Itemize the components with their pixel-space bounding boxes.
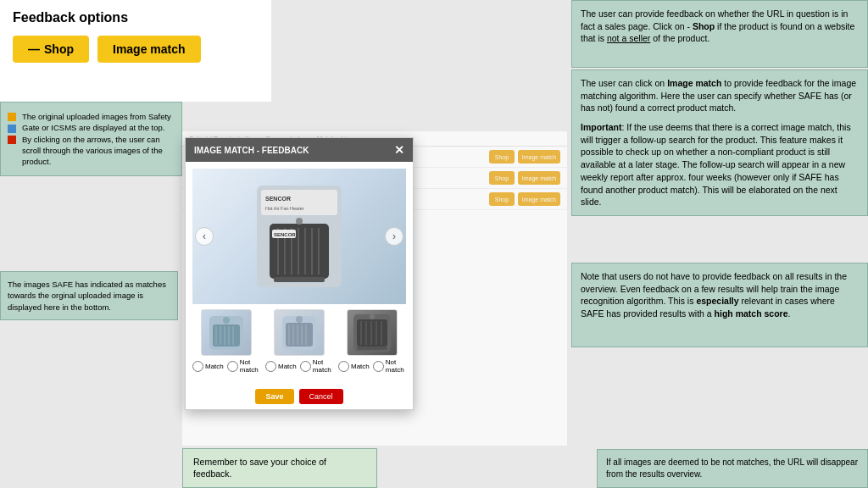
svg-text:SENCOR: SENCOR — [265, 196, 291, 202]
notmatch-label-1: Not match — [240, 358, 260, 374]
thumb-2-notmatch-radio[interactable] — [300, 361, 311, 372]
modal-close-button[interactable]: ✕ — [394, 143, 404, 157]
button-row: Shop Image match — [13, 36, 259, 63]
row-shop-btn-3[interactable]: Shop — [489, 192, 515, 206]
thumb-1-radio-row: Match Not match — [192, 358, 260, 374]
main-product-image-area: SENCOR Hot Air Fan Heater — [192, 169, 406, 304]
notmatch-label-3: Not match — [386, 358, 406, 374]
svg-rect-1 — [261, 190, 337, 215]
svg-rect-17 — [213, 324, 240, 347]
svg-point-23 — [223, 317, 230, 324]
prev-image-button[interactable]: ‹ — [195, 227, 214, 246]
thumb-1-match-option[interactable]: Match — [192, 361, 224, 372]
thumb-2-radio-row: Match Not match — [265, 358, 333, 374]
modal-title: IMAGE MATCH - FEEDBACK — [194, 146, 309, 155]
save-button[interactable]: Save — [255, 389, 293, 404]
thumb-2-notmatch-option[interactable]: Not match — [300, 358, 333, 374]
image-match-label: Image match — [113, 42, 186, 56]
feedback-title: Feedback options — [13, 10, 259, 25]
modal-footer: Save Cancel — [186, 385, 413, 409]
notmatch-label-2: Not match — [313, 358, 333, 374]
shop-label: Shop — [44, 42, 74, 56]
svg-rect-13 — [274, 277, 325, 282]
thumb-1-notmatch-option[interactable]: Not match — [227, 358, 260, 374]
mid-right-text: The user can click on Image match to pro… — [581, 77, 859, 114]
note-callout: Note that users do not have to provide f… — [571, 263, 868, 347]
heater-main-svg: SENCOR Hot Air Fan Heater — [253, 177, 346, 296]
modal-header: IMAGE MATCH - FEEDBACK ✕ — [186, 138, 413, 162]
thumb-1-notmatch-radio[interactable] — [227, 361, 238, 372]
thumb-svg-3 — [352, 313, 392, 353]
left-bottom-callout: The images SAFE has indicated as matches… — [0, 271, 178, 320]
feedback-options-panel: Feedback options Shop Image match — [0, 0, 271, 102]
thumb-2-match-option[interactable]: Match — [265, 361, 297, 372]
match-label-2: Match — [278, 363, 297, 370]
image-match-modal: IMAGE MATCH - FEEDBACK ✕ SENCOR Hot Air … — [185, 137, 414, 410]
match-label-1: Match — [205, 363, 224, 370]
row-shop-btn-2[interactable]: Shop — [489, 171, 515, 185]
thumb-image-2 — [274, 309, 325, 356]
match-label-3: Match — [351, 363, 370, 370]
bottom-center-callout: Remember to save your choice of feedback… — [182, 448, 377, 488]
thumb-3-match-option[interactable]: Match — [338, 361, 370, 372]
color-indicators: The original uploaded images from Safety… — [8, 111, 175, 167]
bottom-center-text: Remember to save your choice of feedback… — [193, 457, 326, 480]
thumb-item-3[interactable]: Match Not match — [338, 309, 406, 374]
thumb-image-1 — [201, 309, 252, 356]
image-match-button[interactable]: Image match — [97, 36, 201, 63]
top-right-callout: The user can provide feedback on whether… — [571, 0, 868, 68]
cancel-button[interactable]: Cancel — [299, 389, 343, 404]
important-text: Important: If the use deems that there i… — [581, 121, 859, 208]
modal-body: SENCOR Hot Air Fan Heater — [186, 162, 413, 385]
row-imgmatch-btn-3[interactable]: Image match — [518, 192, 560, 206]
thumb-2-match-radio[interactable] — [265, 361, 276, 372]
row-shop-btn-1[interactable]: Shop — [489, 150, 515, 164]
bottom-right-callout: If all images are deemed to be not match… — [597, 449, 868, 488]
thumb-item-1[interactable]: Match Not match — [192, 309, 260, 374]
thumb-svg-1 — [206, 313, 247, 353]
row-imgmatch-btn-1[interactable]: Image match — [518, 150, 560, 164]
thumb-3-notmatch-option[interactable]: Not match — [373, 358, 406, 374]
row-imgmatch-btn-2[interactable]: Image match — [518, 171, 560, 185]
thumbnails-row: Match Not match — [192, 309, 406, 374]
main-container: Feedback options Shop Image match The us… — [0, 0, 868, 488]
mid-right-callout: The user can click on Image match to pro… — [571, 69, 868, 216]
left-top-callout: The original uploaded images from Safety… — [0, 102, 182, 176]
thumb-item-2[interactable]: Match Not match — [265, 309, 333, 374]
left-bottom-text: The images SAFE has indicated as matches… — [8, 280, 166, 312]
svg-rect-40 — [357, 347, 387, 350]
thumb-3-radio-row: Match Not match — [338, 358, 406, 374]
next-image-button[interactable]: › — [385, 227, 403, 246]
left-top-text: The original uploaded images from Safety… — [22, 111, 175, 167]
svg-text:SENCOR: SENCOR — [274, 232, 296, 237]
bottom-right-text: If all images are deemed to be not match… — [606, 458, 858, 479]
svg-point-39 — [370, 314, 375, 319]
thumb-1-match-radio[interactable] — [192, 361, 203, 372]
thumb-image-3 — [347, 309, 398, 356]
svg-text:Hot Air Fan Heater: Hot Air Fan Heater — [265, 206, 304, 211]
shop-button[interactable]: Shop — [13, 36, 89, 63]
top-right-callout-text: The user can provide feedback on whether… — [581, 8, 854, 43]
thumb-svg-2 — [279, 313, 320, 353]
svg-rect-25 — [286, 323, 313, 347]
note-text: Note that users do not have to provide f… — [581, 270, 859, 320]
svg-point-12 — [296, 218, 303, 225]
thumb-3-notmatch-radio[interactable] — [373, 361, 384, 372]
thumb-3-match-radio[interactable] — [338, 361, 349, 372]
svg-point-31 — [296, 316, 303, 323]
